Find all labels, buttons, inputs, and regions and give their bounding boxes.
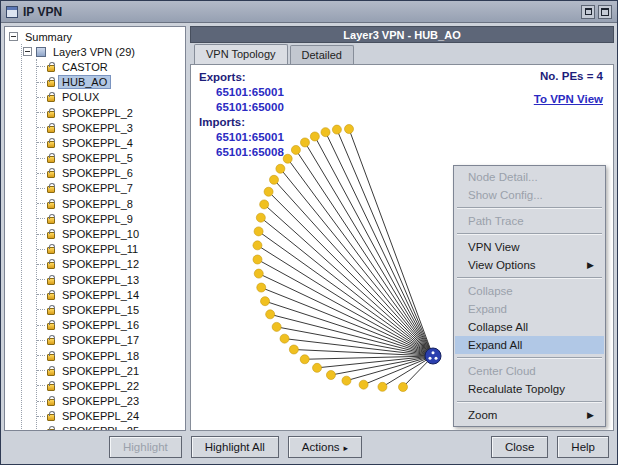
spoke-node[interactable] [272, 322, 281, 331]
tree-item[interactable]: POLUX [37, 90, 185, 105]
collapse-expander-icon[interactable] [23, 47, 32, 56]
tree-item[interactable]: SPOKEPPL_18 [37, 348, 185, 363]
spoke-node[interactable] [300, 138, 309, 147]
tree-item-summary[interactable]: Summary [8, 29, 185, 44]
tree-item[interactable]: SPOKEPPL_10 [37, 226, 185, 241]
tree-item[interactable]: SPOKEPPL_13 [37, 272, 185, 287]
tree-item[interactable]: SPOKEPPL_2 [37, 105, 185, 120]
spoke-node[interactable] [266, 310, 275, 319]
spoke-node[interactable] [280, 334, 289, 343]
tree-connector [37, 234, 45, 235]
spoke-node[interactable] [313, 363, 322, 372]
export-value: 65101:65000 [216, 100, 284, 115]
tree-item[interactable]: SPOKEPPL_15 [37, 302, 185, 317]
menu-item-view-options[interactable]: View Options▶ [455, 256, 604, 274]
tree-item[interactable]: SPOKEPPL_24 [37, 409, 185, 424]
tree-item[interactable]: SPOKEPPL_11 [37, 242, 185, 257]
spoke-node[interactable] [310, 132, 319, 141]
lock-icon [47, 278, 55, 285]
tree-item[interactable]: SPOKEPPL_21 [37, 363, 185, 378]
tree-item-label: SPOKEPPL_16 [59, 319, 142, 331]
tree-item[interactable]: SPOKEPPL_14 [37, 287, 185, 302]
spoke-node[interactable] [378, 382, 387, 391]
menu-item-zoom[interactable]: Zoom▶ [455, 406, 604, 424]
spoke-node[interactable] [269, 175, 278, 184]
tree-item[interactable]: SPOKEPPL_7 [37, 181, 185, 196]
close-button[interactable]: Close [491, 436, 548, 458]
lock-icon [47, 186, 55, 193]
ip-vpn-window: IP VPN Summary Layer3 VPN (29) CASTORHUB… [0, 0, 618, 465]
button-bar: Highlight Highlight All Actions▸ Close H… [1, 434, 617, 464]
tree-item[interactable]: CASTOR [37, 59, 185, 74]
tree-root-label: Summary [22, 31, 75, 43]
actions-button[interactable]: Actions▸ [288, 436, 362, 458]
tree-item[interactable]: SPOKEPPL_23 [37, 394, 185, 409]
tree-item[interactable]: SPOKEPPL_16 [37, 318, 185, 333]
spoke-node[interactable] [254, 227, 263, 236]
window-titlebar[interactable]: IP VPN [1, 1, 617, 23]
menu-separator [457, 357, 602, 359]
vpn-tree-panel: Summary Layer3 VPN (29) CASTORHUB_AOPOLU… [4, 26, 186, 431]
tree-item-layer3-vpn[interactable]: Layer3 VPN (29) [22, 44, 185, 59]
tree-item[interactable]: SPOKEPPL_25 [37, 424, 185, 431]
spoke-node[interactable] [261, 297, 270, 306]
spoke-node[interactable] [254, 269, 263, 278]
menu-item-vpn-view[interactable]: VPN View [455, 238, 604, 256]
spoke-node[interactable] [253, 241, 262, 250]
hub-node[interactable] [425, 348, 441, 364]
lock-icon [47, 323, 55, 330]
highlight-all-button[interactable]: Highlight All [191, 436, 279, 458]
lock-icon [47, 308, 55, 315]
tab-vpn-topology[interactable]: VPN Topology [194, 44, 288, 65]
tree-item[interactable]: SPOKEPPL_12 [37, 257, 185, 272]
menu-item-recalulate-topolgy[interactable]: Recalulate Topolgy [455, 380, 604, 398]
tree-item[interactable]: SPOKEPPL_5 [37, 151, 185, 166]
pe-count: No. PEs = 4 [540, 70, 603, 82]
tree-item[interactable]: SPOKEPPL_9 [37, 211, 185, 226]
tree-item[interactable]: SPOKEPPL_8 [37, 196, 185, 211]
maximize-window-button[interactable] [598, 5, 612, 19]
to-vpn-view-link[interactable]: To VPN View [534, 93, 603, 105]
spoke-node[interactable] [283, 154, 292, 163]
tree-connector [37, 309, 45, 310]
tree-item-label: SPOKEPPL_18 [59, 350, 142, 362]
tree-item[interactable]: SPOKEPPL_17 [37, 333, 185, 348]
spoke-node[interactable] [253, 255, 262, 264]
tree-connector [37, 142, 45, 143]
spoke-node[interactable] [345, 125, 354, 134]
tree-item[interactable]: SPOKEPPL_4 [37, 135, 185, 150]
menu-item-node-detail: Node Detail... [455, 168, 604, 186]
window-icon [6, 6, 18, 18]
spoke-node[interactable] [260, 200, 269, 209]
spoke-node[interactable] [291, 145, 300, 154]
collapse-expander-icon[interactable] [9, 32, 18, 41]
spoke-node[interactable] [326, 371, 335, 380]
help-button[interactable]: Help [557, 436, 609, 458]
spoke-node[interactable] [300, 355, 309, 364]
spoke-node[interactable] [332, 125, 341, 134]
spoke-node[interactable] [399, 383, 408, 392]
vpn-link-line [264, 204, 433, 356]
tree-item[interactable]: HUB_AO [37, 75, 185, 90]
tree-item-label: HUB_AO [59, 76, 110, 88]
exports-label: Exports: [199, 71, 246, 83]
spoke-node[interactable] [359, 380, 368, 389]
tree-item[interactable]: SPOKEPPL_22 [37, 378, 185, 393]
lock-icon [47, 95, 55, 102]
tree-item[interactable]: SPOKEPPL_3 [37, 120, 185, 135]
spoke-node[interactable] [256, 213, 265, 222]
spoke-node[interactable] [289, 345, 298, 354]
lock-icon [47, 414, 55, 421]
menu-item-expand-all[interactable]: Expand All [455, 336, 604, 354]
tab-detailed[interactable]: Detailed [290, 45, 354, 64]
spoke-node[interactable] [264, 187, 273, 196]
tree-item-label: SPOKEPPL_4 [59, 137, 136, 149]
spoke-node[interactable] [257, 283, 266, 292]
restore-window-button[interactable] [581, 5, 595, 19]
spoke-node[interactable] [321, 128, 330, 137]
tree-item[interactable]: SPOKEPPL_6 [37, 166, 185, 181]
spoke-node[interactable] [276, 164, 285, 173]
menu-item-collapse-all[interactable]: Collapse All [455, 318, 604, 336]
menu-item-center-cloud: Center Cloud [455, 362, 604, 380]
spoke-node[interactable] [342, 376, 351, 385]
